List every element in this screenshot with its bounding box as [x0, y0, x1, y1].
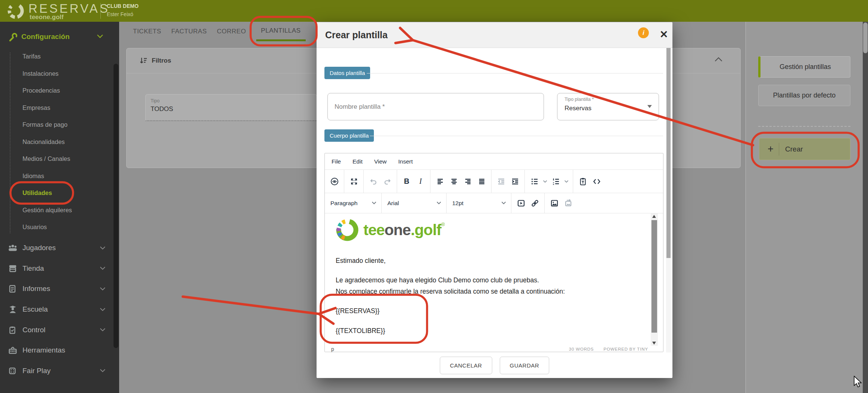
- chevron-down-icon: [372, 201, 376, 205]
- menu-insert[interactable]: Insert: [398, 158, 413, 165]
- bullet-list-caret-icon[interactable]: [541, 175, 549, 188]
- menu-file[interactable]: File: [332, 158, 341, 165]
- dice-icon: [8, 366, 17, 375]
- annotation-arrow-to-variables: [183, 297, 319, 314]
- filter-tipo-value: TODOS: [151, 105, 317, 113]
- dialog-scrollbar[interactable]: [666, 48, 671, 378]
- insert-image-icon[interactable]: [547, 196, 561, 210]
- default-templates-button[interactable]: Plantillas por defecto: [758, 85, 850, 106]
- menu-view[interactable]: View: [374, 158, 387, 165]
- players-icon: [8, 243, 18, 253]
- save-button[interactable]: GUARDAR: [500, 357, 550, 374]
- source-code-icon[interactable]: [590, 175, 604, 188]
- sidebar-item-gestion-alquileres[interactable]: Gestión alquileres: [0, 202, 119, 219]
- caret-down-icon: [647, 105, 652, 108]
- element-path[interactable]: p: [331, 346, 334, 352]
- image-tools-icon[interactable]: [561, 196, 575, 210]
- sidebar-item-nacionalidades[interactable]: Nacionalidades: [0, 134, 119, 151]
- tab-plantillas[interactable]: PLANTILLAS: [256, 22, 306, 41]
- app-logo-subtext: teeone.golf: [30, 14, 64, 21]
- info-icon[interactable]: i: [638, 27, 649, 38]
- word-count: 30 WORDS: [569, 347, 594, 351]
- redo-icon[interactable]: [380, 175, 394, 188]
- page-scrollbar-thumb[interactable]: [863, 22, 868, 53]
- create-template-dialog: Crear plantilla i ✕ Datos plantilla Tipo…: [317, 22, 672, 378]
- right-panel-dashed-divider: [758, 126, 850, 127]
- sidebar-item-utilidades[interactable]: Utilidades: [0, 184, 119, 202]
- collapse-chevron-up-icon[interactable]: [714, 57, 723, 62]
- filter-tipo-select[interactable]: Tipo TODOS: [145, 94, 317, 121]
- insert-link-icon[interactable]: [528, 196, 542, 210]
- sidebar-item-fair-play[interactable]: Fair Play: [0, 361, 119, 381]
- filters-title: Filtros: [152, 57, 171, 64]
- align-center-icon[interactable]: [447, 175, 461, 188]
- chevron-down-icon: [501, 201, 506, 205]
- indent-icon[interactable]: [508, 175, 522, 188]
- editor-toolbar-row2: Paragraph Arial 12pt: [325, 193, 663, 213]
- font-family-dropdown[interactable]: Arial: [382, 193, 447, 213]
- sidebar-item-usuarios[interactable]: Usuarios: [0, 219, 119, 236]
- sidebar-item-procedencias[interactable]: Procedencias: [0, 82, 119, 99]
- clipboard-check-icon: [8, 326, 17, 334]
- numbered-list-caret-icon[interactable]: [563, 175, 570, 188]
- undo-icon[interactable]: [366, 175, 380, 188]
- sidebar-sub-items: Tarifas Instalaciones Procedencias Empre…: [0, 48, 119, 236]
- editor-content[interactable]: teeone.golf® Estimado cliente, Le agrade…: [325, 213, 663, 346]
- sidebar-item-herramientas[interactable]: Herramientas: [0, 340, 119, 361]
- logo-golf: .golf: [411, 221, 441, 238]
- block-format-dropdown[interactable]: Paragraph: [325, 193, 382, 213]
- align-justify-icon[interactable]: [475, 175, 489, 188]
- tab-facturas[interactable]: FACTURAS: [171, 22, 207, 41]
- tab-tickets[interactable]: TICKETS: [133, 22, 161, 41]
- section-badge-datos: Datos plantilla: [324, 67, 370, 79]
- sidebar-item-control[interactable]: Control: [0, 320, 119, 340]
- tab-correo[interactable]: CORREO: [217, 22, 246, 41]
- sidebar-scrollbar-thumb[interactable]: [114, 64, 118, 348]
- align-left-icon[interactable]: [433, 175, 447, 188]
- dialog-scrollbar-thumb[interactable]: [666, 48, 671, 258]
- sidebar-item-formas-de-pago[interactable]: Formas de pago: [0, 116, 119, 134]
- sidebar-item-tienda[interactable]: Tienda: [0, 258, 119, 279]
- right-panel-divider: [745, 22, 746, 393]
- sidebar-item-empresas[interactable]: Empresas: [0, 99, 119, 117]
- italic-icon[interactable]: I: [414, 175, 427, 188]
- fullscreen-icon[interactable]: [347, 175, 361, 188]
- sidebar-item-escuela[interactable]: Escuela: [0, 299, 119, 320]
- manage-templates-button[interactable]: Gestión plantillas: [758, 56, 850, 78]
- close-icon[interactable]: ✕: [657, 27, 671, 42]
- insert-media-icon[interactable]: [514, 196, 528, 210]
- store-icon: [8, 264, 18, 273]
- sidebar-item-instalaciones[interactable]: Instalaciones: [0, 65, 119, 82]
- template-name-input[interactable]: [327, 93, 544, 120]
- template-type-select[interactable]: Tipo plantilla * Reservas: [557, 93, 659, 120]
- sidebar-item-informes[interactable]: Informes: [0, 279, 119, 299]
- bold-icon[interactable]: B: [400, 175, 414, 188]
- preview-icon[interactable]: [327, 175, 341, 188]
- scroll-down-icon[interactable]: [652, 342, 656, 345]
- create-template-button[interactable]: + Crear: [759, 138, 850, 160]
- menu-edit[interactable]: Edit: [353, 158, 363, 165]
- editor-scrollbar-thumb[interactable]: [651, 220, 657, 333]
- sidebar-item-medios-canales[interactable]: Medios / Canales: [0, 150, 119, 168]
- sidebar-item-idiomas[interactable]: Idiomas: [0, 168, 119, 185]
- sidebar-item-jugadores[interactable]: Jugadores: [0, 238, 119, 258]
- cancel-button[interactable]: CANCELAR: [440, 357, 492, 374]
- sidebar-item-configuracion[interactable]: Configuración: [0, 29, 119, 46]
- scroll-up-icon[interactable]: [652, 215, 656, 218]
- paste-text-icon[interactable]: [576, 175, 590, 188]
- sidebar-item-tarifas[interactable]: Tarifas: [0, 48, 119, 65]
- page-scrollbar[interactable]: [863, 22, 868, 393]
- numbered-list-icon[interactable]: [549, 175, 563, 188]
- dialog-title: Crear plantilla: [325, 22, 388, 48]
- chevron-down-icon: [100, 246, 106, 250]
- bullet-list-icon[interactable]: [527, 175, 541, 188]
- template-variable-reservas: {{RESERVAS}}: [336, 307, 379, 315]
- outdent-icon[interactable]: [494, 175, 508, 188]
- align-right-icon[interactable]: [461, 175, 475, 188]
- brand-ring-icon: [7, 2, 25, 20]
- app-window: RESERVAS teeone.golf CLUB DEMO Ester Fei…: [0, 0, 868, 393]
- sidebar-groups: Jugadores Tienda Informes: [0, 238, 119, 381]
- editor-scrollbar[interactable]: [651, 213, 658, 346]
- app-header: RESERVAS teeone.golf CLUB DEMO Ester Fei…: [0, 0, 868, 22]
- font-size-dropdown[interactable]: 12pt: [447, 193, 511, 213]
